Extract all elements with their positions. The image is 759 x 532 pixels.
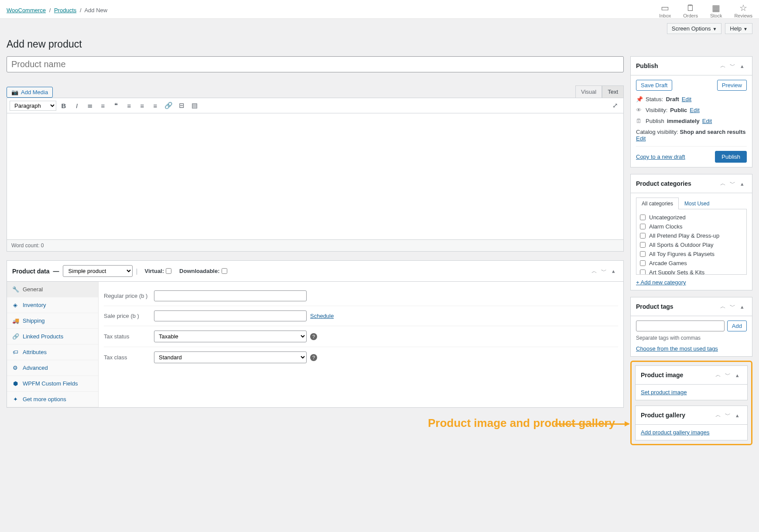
toggle-panel-icon[interactable]: ▴ xyxy=(737,302,747,311)
top-orders[interactable]: 🗒Orders xyxy=(683,3,698,18)
top-inbox[interactable]: ▭Inbox xyxy=(659,3,671,18)
choose-tags-link[interactable]: Choose from the most used tags xyxy=(636,345,718,352)
move-down-icon[interactable]: ﹀ xyxy=(728,179,737,188)
wrench-icon: 🔧 xyxy=(12,286,18,293)
format-select[interactable]: Paragraph xyxy=(10,101,56,111)
regular-price-label: Regular price (b ) xyxy=(104,293,154,299)
quote-icon[interactable]: ❝ xyxy=(110,100,122,111)
fullscreen-icon[interactable]: ⤢ xyxy=(609,100,621,111)
move-down-icon[interactable]: ﹀ xyxy=(728,61,737,71)
move-up-icon[interactable]: ︿ xyxy=(713,370,723,380)
tab-inventory[interactable]: ◈Inventory xyxy=(7,297,98,313)
product-gallery-box-title: Product gallery xyxy=(641,412,685,419)
truck-icon: 🚚 xyxy=(12,317,18,324)
top-stock[interactable]: ▦Stock xyxy=(710,3,722,18)
tab-shipping[interactable]: 🚚Shipping xyxy=(7,313,98,329)
top-reviews[interactable]: ☆Reviews xyxy=(734,3,752,18)
set-product-image-link[interactable]: Set product image xyxy=(641,389,687,396)
tax-class-select[interactable]: Standard xyxy=(154,351,307,363)
toolbar-toggle-icon[interactable]: ▤ xyxy=(189,100,200,111)
category-item[interactable]: All Toy Figures & Playsets xyxy=(640,249,743,259)
move-down-icon[interactable]: ﹀ xyxy=(599,266,609,276)
annotation-highlight: Product image ︿ ﹀ ▴ Set product image Pr… xyxy=(630,361,752,445)
category-item[interactable]: Arcade Games xyxy=(640,259,743,268)
product-type-select[interactable]: Simple product xyxy=(63,265,133,277)
help-button[interactable]: Help▼ xyxy=(725,23,752,34)
tax-status-label: Tax status xyxy=(104,333,154,340)
add-category-link[interactable]: + Add new category xyxy=(636,279,686,286)
move-up-icon[interactable]: ︿ xyxy=(713,410,723,420)
edit-status-link[interactable]: Edit xyxy=(682,96,691,102)
move-down-icon[interactable]: ﹀ xyxy=(728,302,737,311)
publish-button[interactable]: Publish xyxy=(715,151,747,163)
product-name-input[interactable] xyxy=(7,56,624,72)
tag-desc: Separate tags with commas xyxy=(636,335,747,341)
italic-icon[interactable]: I xyxy=(71,100,82,111)
add-media-button[interactable]: 📷 Add Media xyxy=(7,87,53,98)
category-item[interactable]: Art Supply Sets & Kits xyxy=(640,268,743,275)
category-list[interactable]: Uncategorized Alarm Clocks All Pretend P… xyxy=(636,209,747,275)
preview-button[interactable]: Preview xyxy=(717,80,747,91)
bold-icon[interactable]: B xyxy=(58,100,69,111)
align-left-icon[interactable]: ≡ xyxy=(123,100,135,111)
move-up-icon[interactable]: ︿ xyxy=(589,266,599,276)
toggle-panel-icon[interactable]: ▴ xyxy=(737,61,747,71)
align-center-icon[interactable]: ≡ xyxy=(137,100,148,111)
screen-options-button[interactable]: Screen Options▼ xyxy=(667,23,722,34)
move-up-icon[interactable]: ︿ xyxy=(718,179,728,188)
toggle-panel-icon[interactable]: ▴ xyxy=(609,266,618,276)
bullet-list-icon[interactable]: ≣ xyxy=(84,100,96,111)
toggle-panel-icon[interactable]: ▴ xyxy=(732,410,742,420)
tab-advanced[interactable]: ⚙Advanced xyxy=(7,360,98,376)
tab-attributes[interactable]: 🏷Attributes xyxy=(7,344,98,360)
tab-wpfm[interactable]: ⬢WPFM Custom Fields xyxy=(7,376,98,392)
help-icon[interactable]: ? xyxy=(310,333,317,340)
move-up-icon[interactable]: ︿ xyxy=(718,302,728,311)
category-item[interactable]: Alarm Clocks xyxy=(640,222,743,231)
reviews-icon: ☆ xyxy=(739,3,747,12)
toggle-panel-icon[interactable]: ▴ xyxy=(732,370,742,380)
breadcrumb-products[interactable]: Products xyxy=(54,7,76,14)
add-tag-button[interactable]: Add xyxy=(727,321,747,331)
schedule-link[interactable]: Schedule xyxy=(310,313,334,319)
move-down-icon[interactable]: ﹀ xyxy=(723,410,732,420)
downloadable-checkbox[interactable] xyxy=(222,268,227,274)
save-draft-button[interactable]: Save Draft xyxy=(636,80,672,91)
link-icon[interactable]: 🔗 xyxy=(163,100,174,111)
virtual-checkbox[interactable] xyxy=(166,268,171,274)
cat-tab-all[interactable]: All categories xyxy=(636,198,679,209)
category-item[interactable]: Uncategorized xyxy=(640,213,743,222)
editor-tab-visual[interactable]: Visual xyxy=(575,85,602,98)
numbered-list-icon[interactable]: ≡ xyxy=(97,100,109,111)
edit-catalog-link[interactable]: Edit xyxy=(636,135,646,142)
editor-content[interactable] xyxy=(7,113,624,240)
tax-status-select[interactable]: Taxable xyxy=(154,331,307,342)
toggle-panel-icon[interactable]: ▴ xyxy=(737,179,747,188)
move-up-icon[interactable]: ︿ xyxy=(718,61,728,71)
calendar-icon: 🗓 xyxy=(636,118,643,124)
plus-icon: ✦ xyxy=(12,396,18,402)
help-icon[interactable]: ? xyxy=(310,354,317,361)
tab-linked[interactable]: 🔗Linked Products xyxy=(7,329,98,344)
sale-price-input[interactable] xyxy=(154,310,307,321)
virtual-checkbox-label[interactable]: Virtual: xyxy=(145,268,172,274)
tab-general[interactable]: 🔧General xyxy=(7,282,98,297)
breadcrumb-woocommerce[interactable]: WooCommerce xyxy=(7,7,46,14)
editor-tab-text[interactable]: Text xyxy=(602,85,624,98)
cat-tab-most[interactable]: Most Used xyxy=(679,198,715,209)
edit-visibility-link[interactable]: Edit xyxy=(690,107,699,113)
gear-icon: ⚙ xyxy=(12,365,18,371)
readmore-icon[interactable]: ⊟ xyxy=(176,100,187,111)
word-count: Word count: 0 xyxy=(7,240,624,252)
copy-draft-link[interactable]: Copy to a new draft xyxy=(636,153,685,160)
move-down-icon[interactable]: ﹀ xyxy=(723,370,732,380)
tag-input[interactable] xyxy=(636,321,725,331)
category-item[interactable]: All Sports & Outdoor Play xyxy=(640,240,743,249)
add-gallery-images-link[interactable]: Add product gallery images xyxy=(641,429,710,436)
category-item[interactable]: All Pretend Play & Dress-up xyxy=(640,231,743,240)
edit-publish-link[interactable]: Edit xyxy=(702,118,712,124)
regular-price-input[interactable] xyxy=(154,290,307,301)
align-right-icon[interactable]: ≡ xyxy=(150,100,161,111)
downloadable-checkbox-label[interactable]: Downloadable: xyxy=(179,268,227,274)
tab-getmore[interactable]: ✦Get more options xyxy=(7,392,98,407)
